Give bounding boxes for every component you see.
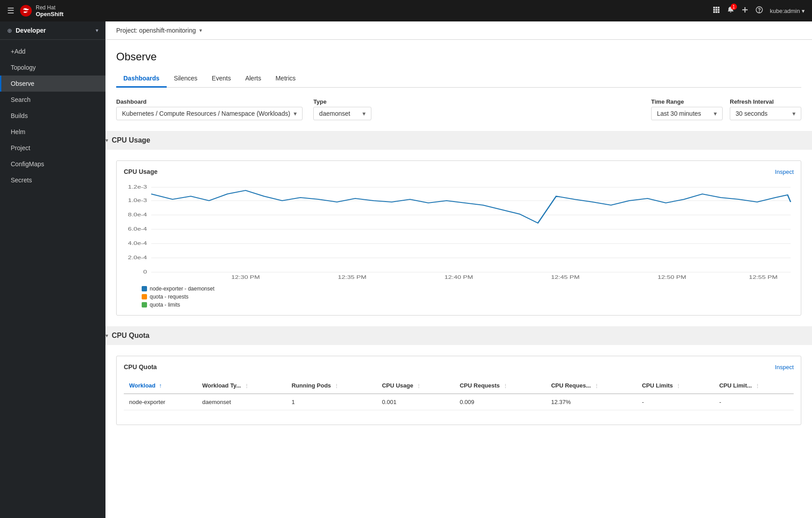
svg-rect-7 (713, 11, 715, 13)
notifications-icon[interactable]: 1 (727, 6, 734, 15)
cpu-quota-chart-header: CPU Quota Inspect (124, 363, 794, 371)
svg-text:0: 0 (143, 269, 147, 275)
legend-item-quota-limits: quota - limits (142, 302, 794, 308)
cell-workload-type: daemonset (197, 394, 286, 410)
col-workload-type[interactable]: Workload Ty... ⋮ (197, 378, 286, 394)
tab-metrics[interactable]: Metrics (268, 70, 303, 88)
cpu-quota-inspect-link[interactable]: Inspect (775, 364, 794, 371)
content-area: Project: openshift-monitoring ▾ Observe … (105, 21, 812, 518)
sidebar-item-search[interactable]: Search (0, 92, 105, 108)
tabs-row: Dashboards Silences Events Alerts Metric… (116, 70, 801, 88)
tab-dashboards[interactable]: Dashboards (116, 70, 167, 88)
context-switcher[interactable]: ⊕ Developer ▾ (0, 21, 105, 40)
dashboard-select[interactable]: Kubernetes / Compute Resources / Namespa… (116, 107, 303, 120)
cpu-quota-table: Workload ↑ Workload Ty... ⋮ (124, 378, 794, 410)
cpu-usage-chart-header: CPU Usage Inspect (124, 168, 794, 175)
cpu-quota-section-header[interactable]: ▾ CPU Quota (105, 326, 812, 345)
legend-color-node-exporter (142, 286, 147, 291)
cpu-usage-content: CPU Usage Inspect 1.2e-3 1.0e-3 8.0e-4 6… (105, 160, 812, 316)
col-cpu-requests-pct[interactable]: CPU Reques... ⋮ (546, 378, 636, 394)
col-cpu-usage[interactable]: CPU Usage ⋮ (377, 378, 454, 394)
svg-text:12:30 PM: 12:30 PM (231, 274, 260, 279)
legend-color-quota-limits (142, 302, 147, 307)
legend-item-quota-requests: quota - requests (142, 294, 794, 300)
legend-color-quota-requests (142, 294, 147, 299)
col-workload[interactable]: Workload ↑ (124, 378, 197, 394)
user-menu[interactable]: kube:admin ▾ (770, 8, 805, 14)
page-content: Observe Dashboards Silences Events Alert… (105, 40, 812, 518)
sidebar-item-topology[interactable]: Topology (0, 59, 105, 76)
cpu-usage-inspect-link[interactable]: Inspect (775, 168, 794, 175)
type-label: Type (313, 98, 371, 105)
cell-workload: node-exporter (124, 394, 197, 410)
cpu-quota-chart-title: CPU Quota (124, 363, 157, 371)
project-chevron-icon[interactable]: ▾ (199, 27, 202, 34)
refresh-interval-select[interactable]: 30 seconds ▾ (730, 107, 801, 120)
type-chevron-icon: ▾ (362, 110, 366, 117)
svg-rect-4 (713, 9, 715, 11)
legend-item-node-exporter: node-exporter - daemonset (142, 286, 794, 292)
svg-text:2.0e-4: 2.0e-4 (128, 255, 147, 261)
sort-arrows-icon-3: ⋮ (417, 383, 421, 388)
hamburger-menu[interactable]: ☰ (7, 6, 14, 16)
cpu-usage-collapse-icon: ▾ (105, 137, 108, 143)
notifications-badge: 1 (731, 4, 737, 10)
cpu-usage-chart-svg: 1.2e-3 1.0e-3 8.0e-4 6.0e-4 4.0e-4 2.0e-… (124, 181, 794, 279)
cpu-usage-title: CPU Usage (112, 136, 150, 144)
cpu-quota-title: CPU Quota (112, 332, 149, 340)
svg-text:6.0e-4: 6.0e-4 (128, 226, 147, 232)
controls-row: Dashboard Kubernetes / Compute Resources… (116, 98, 801, 120)
sidebar: ⊕ Developer ▾ +Add Topology Observe Sear… (0, 21, 105, 518)
sidebar-item-helm[interactable]: Helm (0, 124, 105, 140)
time-range-select[interactable]: Last 30 minutes ▾ (651, 107, 723, 120)
sidebar-item-builds[interactable]: Builds (0, 108, 105, 124)
col-running-pods[interactable]: Running Pods ⋮ (286, 378, 376, 394)
app-launcher-icon[interactable] (713, 6, 720, 15)
svg-text:1.2e-3: 1.2e-3 (128, 184, 147, 190)
cpu-quota-chart-container: CPU Quota Inspect Workload ↑ (116, 356, 801, 425)
sort-arrows-icon-2: ⋮ (334, 383, 339, 388)
col-cpu-limits[interactable]: CPU Limits ⋮ (636, 378, 714, 394)
dashboard-chevron-icon: ▾ (294, 110, 297, 117)
sidebar-item-observe[interactable]: Observe (0, 76, 105, 92)
svg-text:4.0e-4: 4.0e-4 (128, 240, 147, 246)
sort-arrows-icon-4: ⋮ (503, 383, 508, 388)
sidebar-item-secrets[interactable]: Secrets (0, 172, 105, 188)
cpu-usage-chart: 1.2e-3 1.0e-3 8.0e-4 6.0e-4 4.0e-4 2.0e-… (124, 181, 794, 280)
cell-cpu-requests: 0.009 (454, 394, 546, 410)
cpu-usage-section-header[interactable]: ▾ CPU Usage (105, 131, 812, 150)
svg-rect-9 (718, 11, 719, 13)
tab-events[interactable]: Events (205, 70, 238, 88)
sidebar-item-project[interactable]: Project (0, 140, 105, 156)
time-range-chevron-icon: ▾ (714, 110, 717, 117)
refresh-interval-chevron-icon: ▾ (792, 110, 795, 117)
refresh-interval-control: Refresh Interval 30 seconds ▾ (730, 98, 801, 120)
sort-arrows-icon-7: ⋮ (755, 383, 760, 388)
svg-text:12:45 PM: 12:45 PM (551, 274, 580, 279)
svg-rect-1 (713, 7, 715, 8)
tab-silences[interactable]: Silences (167, 70, 205, 88)
table-body: node-exporter daemonset 1 0.001 0.009 12… (124, 394, 794, 410)
svg-text:12:40 PM: 12:40 PM (444, 274, 473, 279)
main-layout: ⊕ Developer ▾ +Add Topology Observe Sear… (0, 21, 812, 518)
add-icon[interactable] (741, 6, 749, 15)
table-header: Workload ↑ Workload Ty... ⋮ (124, 378, 794, 394)
cpu-quota-table-container: Workload ↑ Workload Ty... ⋮ (124, 378, 794, 410)
sort-arrows-icon: ⋮ (244, 383, 249, 388)
svg-rect-8 (715, 11, 717, 13)
redhat-logo-icon (20, 4, 32, 17)
tab-alerts[interactable]: Alerts (238, 70, 269, 88)
help-icon[interactable] (756, 6, 763, 15)
col-cpu-limit-pct[interactable]: CPU Limit... ⋮ (714, 378, 794, 394)
svg-rect-5 (715, 9, 717, 11)
sidebar-item-configmaps[interactable]: ConfigMaps (0, 156, 105, 172)
sidebar-item-add[interactable]: +Add (0, 43, 105, 59)
type-select[interactable]: daemonset ▾ (313, 107, 371, 120)
svg-text:12:50 PM: 12:50 PM (657, 274, 686, 279)
svg-text:12:55 PM: 12:55 PM (749, 274, 778, 279)
svg-text:8.0e-4: 8.0e-4 (128, 212, 147, 218)
col-cpu-requests[interactable]: CPU Requests ⋮ (454, 378, 546, 394)
svg-rect-2 (715, 7, 717, 8)
time-controls: Time Range Last 30 minutes ▾ Refresh Int… (651, 98, 801, 120)
cpu-quota-section: ▾ CPU Quota CPU Quota Inspect (105, 326, 812, 425)
